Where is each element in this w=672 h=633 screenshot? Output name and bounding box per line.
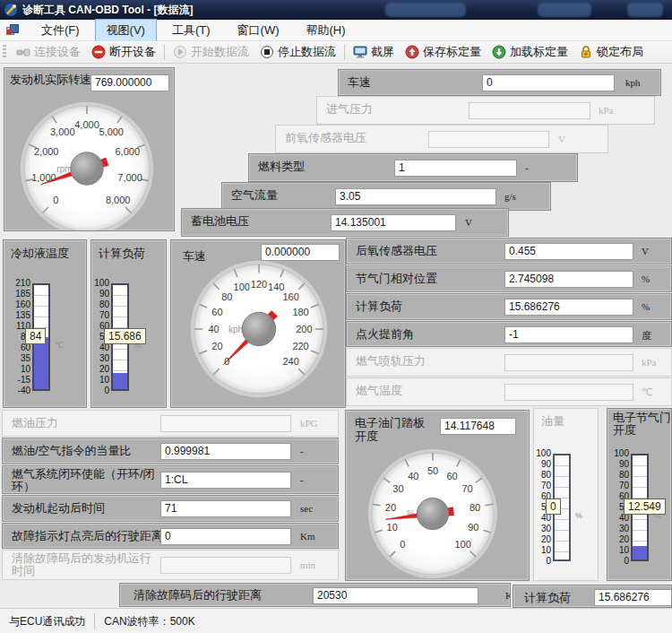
svg-text:4,000: 4,000: [74, 119, 99, 130]
engine-rpm-value[interactable]: 769.000000: [90, 74, 169, 91]
field-front-o2-voltage: 前氧传感器电压 V: [275, 125, 608, 153]
fuel-pressure-input[interactable]: [160, 415, 291, 432]
field-closed-loop-enable: 燃气系统闭环使能（开环/闭环） 1:CL -: [2, 465, 339, 494]
fuel-type-input[interactable]: 1: [394, 160, 517, 177]
field-runtime-since-clear: 清除故障码后的发动机运行时间 min: [2, 550, 339, 580]
svg-text:160: 160: [282, 291, 298, 302]
title-bar: 诊断工具 CAN-OBD Tool - [数据流]: [0, 0, 672, 20]
disconnect-device-button[interactable]: 断开设备: [86, 42, 161, 62]
menu-view[interactable]: 视图(V): [95, 19, 157, 42]
svg-text:50: 50: [427, 465, 438, 476]
svg-text:8,000: 8,000: [106, 195, 131, 205]
svg-text:100: 100: [234, 282, 250, 292]
air-flow-input[interactable]: 3.05: [335, 188, 496, 205]
engine-rpm-panel: 发动机实际转速 769.000000 01,0002,0003,0004,000…: [4, 67, 175, 231]
runtime-since-clear-input[interactable]: [160, 557, 291, 574]
calc-load-gauge: 100908070605040302010015.686%: [91, 276, 167, 408]
can-baudrate-status: CAN波特率：500K: [95, 613, 203, 629]
svg-text:60: 60: [446, 471, 457, 481]
svg-text:6,000: 6,000: [116, 146, 141, 157]
rear-o2-voltage-input[interactable]: 0.455: [504, 243, 633, 260]
gas-rail-pressure-input[interactable]: [504, 354, 633, 371]
ecu-connection-status: 与ECU通讯成功: [0, 613, 94, 629]
pedal-position-gauge: 0102030405060708090100%: [346, 445, 530, 579]
screenshot-button[interactable]: 截屏: [348, 42, 400, 62]
mil-distance-input[interactable]: 0: [160, 528, 291, 545]
closed-loop-input[interactable]: 1:CL: [160, 472, 291, 489]
load-calibration-button[interactable]: 加载标定量: [487, 42, 573, 62]
mdi-child-icon[interactable]: [6, 24, 19, 36]
stop-datastream-button[interactable]: 停止数据流: [254, 42, 341, 62]
field-throttle-relative-position: 节气门相对位置 2.745098 %: [346, 265, 672, 292]
calc-load-panel: 计算负荷 100908070605040302010015.686%: [90, 239, 167, 408]
can-obd-tool-window: 诊断工具 CAN-OBD Tool - [数据流] 文件(F) 视图(V) 工具…: [0, 0, 672, 633]
lock-layout-button[interactable]: 锁定布局: [573, 42, 649, 62]
vehicle-speed-dial-value[interactable]: 0.000000: [261, 244, 340, 261]
field-equivalence-ratio: 燃油/空气指令的当量比 0.999981 -: [2, 438, 339, 464]
titlebar-highlight: [627, 3, 663, 17]
toolbar-grip[interactable]: [3, 45, 6, 59]
disconnect-icon: [91, 45, 106, 59]
plug-icon: [16, 45, 30, 59]
coolant-temp-panel: 冷却液温度 21018516013511085603510-15-4084℃: [3, 239, 87, 408]
electronic-throttle-label: 电子节气门开度: [613, 412, 672, 437]
svg-text:10: 10: [387, 522, 398, 533]
save-calibration-button[interactable]: 保存标定量: [400, 42, 487, 62]
field-distance-since-clear: 清除故障码后的行驶距离 20530 Km: [119, 583, 511, 607]
calc-load-label: 计算负荷: [99, 247, 145, 260]
gas-temperature-input[interactable]: [504, 384, 633, 401]
start-datastream-button[interactable]: 开始数据流: [168, 42, 254, 62]
svg-text:kph: kph: [228, 325, 243, 334]
field-mil-distance: 故障指示灯点亮后的行驶距离 0 Km: [2, 523, 339, 549]
svg-text:80: 80: [221, 291, 232, 302]
status-bar: 与ECU通讯成功 CAN波特率：500K: [0, 608, 672, 633]
calc-load-mid-input[interactable]: 15.686276: [504, 299, 633, 316]
svg-text:90: 90: [468, 522, 478, 533]
engine-run-time-input[interactable]: 71: [160, 500, 291, 517]
field-rear-o2-voltage: 后氧传感器电压 0.455 V: [346, 238, 672, 264]
datastream-workspace: 发动机实际转速 769.000000 01,0002,0003,0004,000…: [0, 64, 672, 608]
connect-device-button[interactable]: 连接设备: [11, 42, 86, 62]
field-fuel-type: 燃料类型 1 -: [248, 153, 578, 182]
field-battery-voltage: 蓄电池电压 14.135001 V: [181, 208, 509, 237]
field-gas-rail-pressure: 燃气喷轨压力 kPa: [346, 348, 672, 377]
menu-tools[interactable]: 工具(T): [160, 19, 222, 42]
field-intake-pressure: 进气压力 kPa: [316, 96, 655, 125]
titlebar-highlight: [385, 3, 466, 17]
electronic-throttle-panel: 电子节气门开度 100908070605040302010012.549%: [607, 408, 672, 581]
battery-voltage-input[interactable]: 14.135001: [331, 214, 456, 231]
vehicle-speed-input[interactable]: 0: [482, 74, 615, 91]
svg-text:70: 70: [461, 483, 472, 494]
ignition-advance-input[interactable]: -1: [504, 326, 633, 343]
field-calc-load-bottom: 计算负荷 15.686276: [513, 585, 672, 608]
svg-text:2,000: 2,000: [34, 146, 59, 157]
stop-icon: [260, 45, 274, 59]
equivalence-ratio-input[interactable]: 0.999981: [160, 443, 291, 460]
menu-help[interactable]: 帮助(H): [295, 19, 358, 42]
svg-text:40: 40: [408, 471, 418, 481]
field-engine-run-time: 发动机起动后时间 71 sec: [2, 495, 339, 522]
distance-since-clear-input[interactable]: 20530: [313, 587, 478, 604]
svg-text:0: 0: [53, 195, 58, 205]
calc-load-bottom-input[interactable]: 15.686276: [594, 589, 672, 606]
electronic-throttle-gauge: 100908070605040302010012.549%: [607, 448, 672, 581]
throttle-relative-input[interactable]: 2.745098: [504, 271, 633, 288]
field-ignition-advance: 点火提前角 -1 度: [346, 321, 672, 347]
svg-text:20: 20: [385, 502, 396, 513]
svg-text:3,000: 3,000: [50, 126, 75, 137]
svg-text:120: 120: [251, 279, 267, 290]
menu-window[interactable]: 窗口(W): [226, 19, 291, 42]
pedal-position-value[interactable]: 14.117648: [440, 418, 516, 435]
menu-file[interactable]: 文件(F): [30, 19, 91, 42]
svg-text:180: 180: [292, 307, 308, 317]
engine-rpm-gauge: 01,0002,0003,0004,0005,0006,0007,0008,00…: [4, 98, 175, 231]
screenshot-icon: [353, 45, 367, 59]
svg-text:5,000: 5,000: [99, 126, 124, 137]
front-o2-voltage-input[interactable]: [428, 131, 549, 148]
fuel-level-panel: 油量 10090807060504030201000%: [533, 408, 599, 581]
svg-text:30: 30: [392, 483, 403, 494]
vehicle-speed-gauge: 020406080100120140160180200220240kph: [171, 260, 346, 408]
intake-pressure-input[interactable]: [469, 102, 590, 119]
app-icon: [4, 3, 18, 17]
svg-text:240: 240: [282, 356, 298, 367]
